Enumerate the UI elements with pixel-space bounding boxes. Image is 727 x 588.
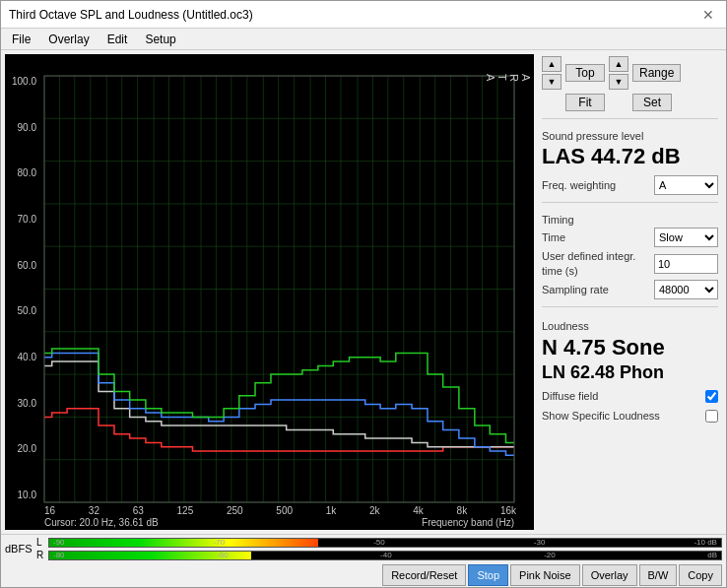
diffuse-field-checkbox[interactable] bbox=[705, 390, 718, 403]
time-label: Time bbox=[542, 231, 565, 243]
top-button[interactable]: Top bbox=[565, 64, 605, 82]
copy-button[interactable]: Copy bbox=[679, 564, 722, 586]
y-label-50: 50.0 bbox=[7, 305, 36, 316]
y-label-30: 30.0 bbox=[7, 398, 36, 409]
content-area: Third octave SPL dB 100.0 90.0 80.0 70.0… bbox=[1, 50, 726, 534]
x-axis-labels: 16 32 63 125 250 500 1k 2k 4k 8k 16k bbox=[44, 505, 516, 516]
range-down-button[interactable]: ▼ bbox=[609, 74, 628, 90]
main-window: Third Octave SPL and Loudness (Untitled.… bbox=[0, 0, 727, 588]
menu-edit[interactable]: Edit bbox=[104, 32, 131, 47]
spl-section: Sound pressure level LAS 44.72 dB bbox=[542, 130, 718, 169]
y-label-10: 10.0 bbox=[7, 490, 36, 500]
time-dropdown[interactable]: Slow Fast Impulse bbox=[654, 228, 718, 247]
show-specific-row: Show Specific Loudness bbox=[542, 410, 718, 423]
menu-bar: File Overlay Edit Setup bbox=[1, 29, 726, 50]
loudness-phon-value: LN 62.48 Phon bbox=[542, 362, 718, 383]
show-specific-checkbox[interactable] bbox=[705, 410, 718, 423]
top-range-controls: ▲ ▼ Top ▲ ▼ Range bbox=[542, 56, 718, 90]
y-label-60: 60.0 bbox=[7, 260, 36, 271]
title-bar: Third Octave SPL and Loudness (Untitled.… bbox=[1, 1, 726, 29]
range-button[interactable]: Range bbox=[632, 64, 681, 82]
stop-button[interactable]: Stop bbox=[468, 564, 508, 586]
x-1k: 1k bbox=[326, 505, 337, 516]
x-32: 32 bbox=[89, 505, 99, 516]
x-63: 63 bbox=[133, 505, 144, 516]
sampling-rate-dropdown[interactable]: 48000 44100 96000 bbox=[654, 280, 718, 299]
pink-noise-button[interactable]: Pink Noise bbox=[510, 564, 580, 586]
freq-band-label: Frequency band (Hz) bbox=[422, 517, 514, 528]
dbfs-label: dBFS bbox=[5, 543, 33, 555]
right-panel: ▲ ▼ Top ▲ ▼ Range Fit Set Sound pressure bbox=[534, 50, 726, 534]
top-up-button[interactable]: ▲ bbox=[542, 56, 562, 72]
channel-l: L bbox=[36, 537, 46, 548]
fit-set-controls: Fit Set bbox=[542, 94, 718, 111]
y-label-20: 20.0 bbox=[7, 443, 36, 454]
range-btn-group: ▲ ▼ bbox=[609, 56, 628, 90]
freq-weighting-row: Freq. weighting A B C Z bbox=[542, 175, 718, 195]
freq-weighting-dropdown[interactable]: A B C Z bbox=[654, 175, 718, 195]
bottom-buttons: Record/Reset Stop Pink Noise Overlay B/W… bbox=[1, 562, 726, 588]
show-specific-label: Show Specific Loudness bbox=[542, 410, 660, 422]
y-label-100: 100.0 bbox=[7, 76, 36, 87]
loudness-section-label: Loudness bbox=[542, 320, 718, 332]
cursor-info: Cursor: 20.0 Hz, 36.61 dB bbox=[44, 517, 159, 528]
meter-fill-r bbox=[49, 552, 251, 559]
menu-file[interactable]: File bbox=[9, 32, 33, 47]
x-4k: 4k bbox=[413, 505, 424, 516]
fit-button[interactable]: Fit bbox=[565, 94, 605, 111]
window-title: Third Octave SPL and Loudness (Untitled.… bbox=[9, 8, 253, 22]
menu-overlay[interactable]: Overlay bbox=[45, 32, 92, 47]
diffuse-field-label: Diffuse field bbox=[542, 390, 598, 402]
y-label-40: 40.0 bbox=[7, 352, 36, 362]
chart-canvas bbox=[5, 54, 534, 530]
time-row: Time Slow Fast Impulse bbox=[542, 228, 718, 247]
timing-section: Timing Time Slow Fast Impulse User defin… bbox=[542, 214, 718, 299]
loudness-section: Loudness N 4.75 Sone LN 62.48 Phon bbox=[542, 320, 718, 383]
x-8k: 8k bbox=[457, 505, 468, 516]
divider-3 bbox=[542, 306, 718, 307]
meter-track-r: -80 -60 -40 -20 dB bbox=[48, 551, 722, 560]
meter-row-l: L -90 -70 -50 -30 -10 dB bbox=[36, 537, 722, 548]
sampling-rate-row: Sampling rate 48000 44100 96000 bbox=[542, 280, 718, 299]
top-btn-group: ▲ ▼ bbox=[542, 56, 562, 90]
meter-row-r: R -80 -60 -40 -20 dB bbox=[36, 550, 722, 560]
bw-button[interactable]: B/W bbox=[639, 564, 678, 586]
set-button[interactable]: Set bbox=[632, 94, 672, 111]
loudness-sone-value: N 4.75 Sone bbox=[542, 334, 718, 362]
range-up-button[interactable]: ▲ bbox=[609, 56, 628, 72]
sampling-rate-label: Sampling rate bbox=[542, 284, 609, 295]
spl-value: LAS 44.72 dB bbox=[542, 144, 718, 169]
y-label-90: 90.0 bbox=[7, 122, 36, 133]
user-defined-row: User defined integr. time (s) bbox=[542, 249, 718, 278]
menu-setup[interactable]: Setup bbox=[142, 32, 178, 47]
chart-wrapper: Third octave SPL dB 100.0 90.0 80.0 70.0… bbox=[5, 54, 534, 530]
y-axis-labels: 100.0 90.0 80.0 70.0 60.0 50.0 40.0 30.0… bbox=[7, 76, 36, 500]
level-meters: dBFS L -90 -70 -50 -30 -10 dB bbox=[1, 535, 726, 562]
x-500: 500 bbox=[276, 505, 293, 516]
x-250: 250 bbox=[227, 505, 243, 516]
divider-1 bbox=[542, 118, 718, 119]
spl-section-label: Sound pressure level bbox=[542, 130, 718, 142]
x-16: 16 bbox=[44, 505, 55, 516]
user-defined-input[interactable] bbox=[654, 254, 718, 274]
close-button[interactable]: ✕ bbox=[698, 7, 718, 23]
freq-weighting-label: Freq. weighting bbox=[542, 179, 616, 191]
user-defined-label: User defined integr. time (s) bbox=[542, 249, 640, 278]
chart-area: Third octave SPL dB 100.0 90.0 80.0 70.0… bbox=[5, 54, 534, 530]
y-label-70: 70.0 bbox=[7, 214, 36, 225]
arta-label: ARTA bbox=[485, 74, 532, 84]
overlay-button[interactable]: Overlay bbox=[582, 564, 637, 586]
meter-fill-l bbox=[49, 539, 318, 547]
record-reset-button[interactable]: Record/Reset bbox=[382, 564, 466, 586]
bottom-bar: dBFS L -90 -70 -50 -30 -10 dB bbox=[1, 534, 726, 587]
channel-r: R bbox=[36, 550, 46, 560]
x-2k: 2k bbox=[369, 505, 380, 516]
meter-track-l: -90 -70 -50 -30 -10 dB bbox=[48, 538, 722, 548]
top-down-button[interactable]: ▼ bbox=[542, 74, 562, 90]
diffuse-field-row: Diffuse field bbox=[542, 390, 718, 403]
x-16k: 16k bbox=[500, 505, 516, 516]
y-label-80: 80.0 bbox=[7, 167, 36, 178]
x-125: 125 bbox=[177, 505, 194, 516]
meter-container: L -90 -70 -50 -30 -10 dB R bbox=[36, 537, 722, 560]
divider-2 bbox=[542, 202, 718, 203]
